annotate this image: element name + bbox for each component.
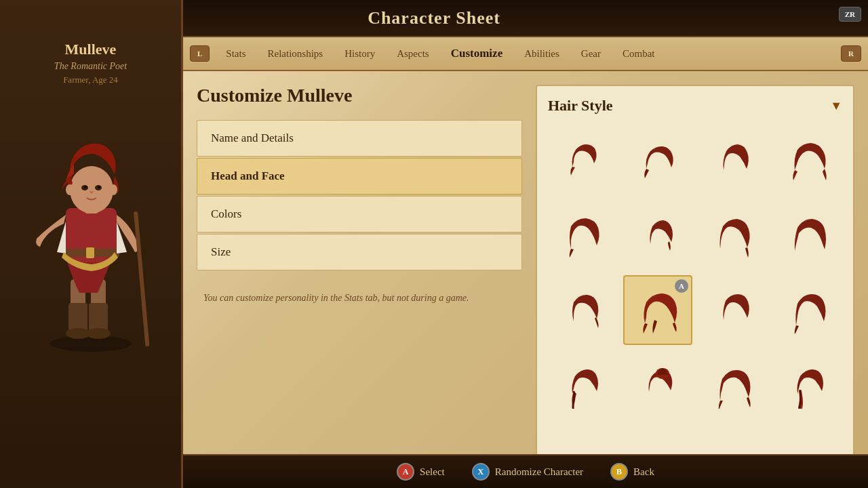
- svg-rect-10: [134, 211, 149, 346]
- hair-style-13[interactable]: [548, 350, 618, 420]
- svg-point-15: [84, 186, 87, 188]
- btn-b-icon: B: [610, 463, 628, 481]
- hair-style-6[interactable]: [623, 201, 693, 270]
- btn-r-nav[interactable]: R: [841, 45, 861, 62]
- nav-bar: L Stats Relationships History Aspects Cu…: [183, 37, 868, 71]
- hair-style-16[interactable]: [773, 350, 843, 420]
- hair-style-5[interactable]: [548, 201, 618, 270]
- right-panel: Hair Style ▼: [536, 85, 854, 474]
- hair-style-4[interactable]: [773, 125, 843, 195]
- hair-grid: A: [548, 125, 842, 420]
- main-content: Customize Mulleve Name and Details Head …: [183, 71, 868, 488]
- a-badge: A: [675, 279, 688, 293]
- action-select: A Select: [397, 463, 445, 481]
- btn-zr[interactable]: ZR: [839, 7, 861, 22]
- action-randomize-label: Randomize Character: [495, 466, 583, 478]
- tab-customize[interactable]: Customize: [440, 41, 513, 66]
- menu-item-head-face[interactable]: Head and Face: [197, 158, 522, 195]
- tab-abilities[interactable]: Abilities: [513, 43, 570, 65]
- hair-style-12[interactable]: [773, 275, 843, 345]
- svg-point-17: [66, 184, 74, 195]
- character-portrait: [20, 96, 162, 354]
- action-back: B Back: [610, 463, 654, 481]
- hair-style-title: Hair Style: [548, 97, 613, 115]
- svg-point-18: [109, 184, 117, 195]
- note-text: You can customize personality in the Sta…: [197, 291, 522, 306]
- tab-aspects[interactable]: Aspects: [386, 43, 440, 65]
- character-details: Farmer, Age 24: [63, 75, 118, 85]
- tab-combat[interactable]: Combat: [612, 43, 666, 65]
- menu-item-size[interactable]: Size: [197, 234, 522, 270]
- svg-point-12: [70, 166, 113, 214]
- action-select-label: Select: [420, 466, 445, 478]
- hair-style-10[interactable]: A: [623, 275, 693, 345]
- character-name: Mulleve: [65, 41, 117, 58]
- hair-style-2[interactable]: [623, 125, 693, 195]
- left-panel: Customize Mulleve Name and Details Head …: [197, 85, 522, 474]
- hair-style-14[interactable]: [623, 350, 693, 420]
- character-sidebar: Mulleve The Romantic Poet Farmer, Age 24: [0, 0, 183, 488]
- tab-gear[interactable]: Gear: [570, 43, 612, 65]
- hair-style-header: Hair Style ▼: [548, 97, 842, 115]
- btn-a-icon: A: [397, 463, 414, 481]
- dropdown-arrow-icon[interactable]: ▼: [830, 99, 842, 113]
- hair-style-7[interactable]: [698, 201, 768, 270]
- svg-point-6: [86, 328, 111, 339]
- panel-heading: Customize Mulleve: [197, 85, 522, 106]
- tab-stats[interactable]: Stats: [215, 43, 256, 65]
- svg-rect-9: [86, 247, 94, 258]
- svg-point-0: [50, 336, 132, 352]
- tab-history[interactable]: History: [334, 43, 386, 65]
- bottom-bar: A Select X Randomize Character B Back: [183, 454, 868, 488]
- character-subtitle: The Romantic Poet: [54, 61, 127, 72]
- page-title: Character Sheet: [368, 8, 500, 28]
- hair-style-11[interactable]: [698, 275, 768, 345]
- action-randomize: X Randomize Character: [472, 463, 583, 481]
- hair-style-1[interactable]: [548, 125, 618, 195]
- svg-point-16: [98, 186, 100, 188]
- hair-style-3[interactable]: [698, 125, 768, 195]
- hair-style-8[interactable]: [773, 201, 843, 270]
- menu-item-name-details[interactable]: Name and Details: [197, 120, 522, 157]
- action-back-label: Back: [633, 466, 654, 478]
- menu-item-colors[interactable]: Colors: [197, 196, 522, 232]
- tab-relationships[interactable]: Relationships: [257, 43, 334, 65]
- hair-style-15[interactable]: [698, 350, 768, 420]
- hair-style-9[interactable]: [548, 275, 618, 345]
- character-illustration: [20, 103, 162, 354]
- btn-x-icon: X: [472, 463, 490, 481]
- btn-l-nav[interactable]: L: [190, 45, 210, 62]
